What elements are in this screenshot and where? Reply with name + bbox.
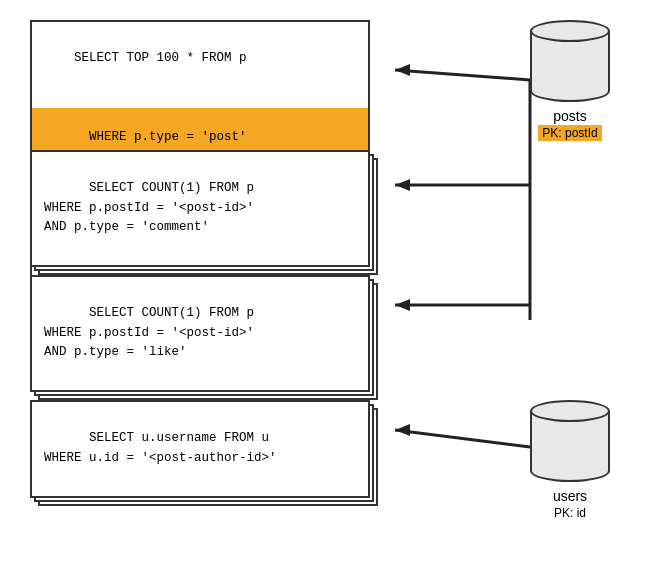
posts-label: posts [553,108,586,124]
query-box-3: SELECT COUNT(1) FROM pWHERE p.postId = '… [30,275,370,392]
svg-marker-2 [395,64,410,76]
svg-line-7 [395,430,530,447]
q1-line1: SELECT TOP 100 * FROM p [74,51,247,65]
svg-marker-8 [395,424,410,436]
diagram-container: SELECT TOP 100 * FROM p WHERE p.type = '… [0,0,661,581]
svg-marker-6 [395,299,410,311]
svg-line-1 [395,70,530,80]
posts-pk: PK: postId [538,126,601,140]
query-box-2: SELECT COUNT(1) FROM pWHERE p.postId = '… [30,150,370,267]
query-stack-4: SELECT u.username FROM uWHERE u.id = '<p… [30,400,370,498]
users-pk: PK: id [554,506,586,520]
query-box-4: SELECT u.username FROM uWHERE u.id = '<p… [30,400,370,498]
posts-database: posts PK: postId [530,20,610,140]
users-cylinder-top [530,400,610,422]
users-database: users PK: id [530,400,610,520]
posts-cylinder-body [530,20,610,102]
svg-marker-4 [395,179,410,191]
users-cylinder-body [530,400,610,482]
query-stack-2: SELECT COUNT(1) FROM pWHERE p.postId = '… [30,150,370,267]
query-stack-3: SELECT COUNT(1) FROM pWHERE p.postId = '… [30,275,370,392]
users-label: users [553,488,587,504]
posts-cylinder-top [530,20,610,42]
